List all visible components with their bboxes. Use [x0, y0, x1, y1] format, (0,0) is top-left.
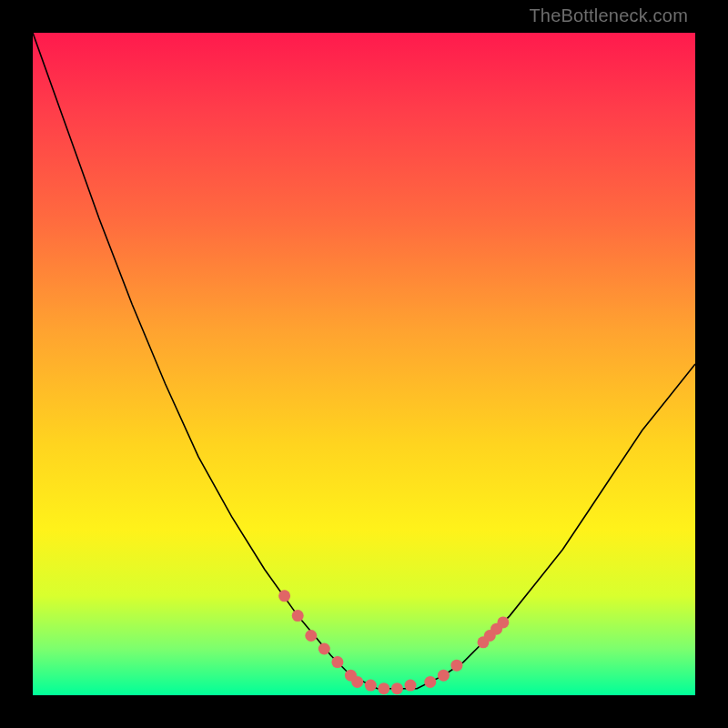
curve-marker — [365, 680, 377, 692]
curve-marker — [278, 590, 290, 602]
curve-marker — [450, 660, 462, 672]
watermark-text: TheBottleneck.com — [529, 5, 688, 26]
plot-area — [33, 33, 695, 695]
curve-markers — [278, 590, 509, 694]
curve-marker — [391, 682, 403, 694]
curve-marker — [497, 616, 509, 628]
curve-marker — [305, 630, 317, 642]
bottleneck-curve — [33, 33, 695, 689]
curve-marker — [405, 680, 417, 692]
curve-marker — [292, 610, 304, 622]
curve-marker — [438, 670, 450, 682]
chart-svg — [33, 33, 695, 695]
curve-marker — [351, 676, 363, 688]
curve-marker — [378, 682, 389, 694]
curve-marker — [331, 656, 343, 668]
curve-marker — [318, 643, 330, 655]
curve-marker — [424, 676, 436, 688]
